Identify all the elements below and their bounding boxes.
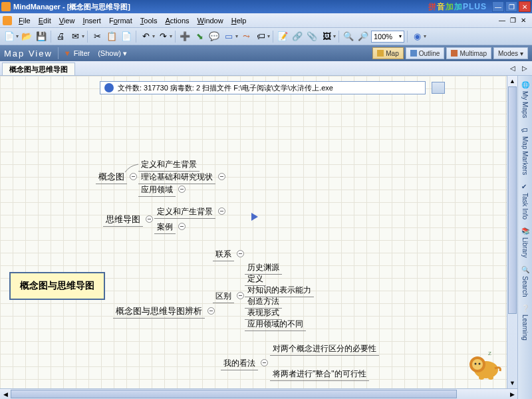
email-button[interactable]: ✉ (68, 30, 82, 43)
redo-button[interactable]: ↷ (156, 30, 170, 43)
document-tab[interactable]: 概念图与思维导图 (2, 63, 75, 75)
menu-help[interactable]: Help (227, 15, 251, 26)
menu-view[interactable]: View (55, 15, 79, 26)
subtopic[interactable]: 定义和产生背景 (154, 205, 225, 219)
marker-button[interactable]: 🏷 (254, 30, 267, 43)
zoom-in-button[interactable]: 🔎 (356, 30, 370, 43)
sidetab-search[interactable]: 🔍Search (520, 262, 531, 301)
main-toolbar: 📄▾ 📂 💾 🖨 ✉▾ ✂ 📋 📄 ↶▾ ↷▾ ➕ ⬊ 💬 ▭▾ ⤳ 🏷▾ 📝 … (0, 28, 532, 45)
mdi-restore-button[interactable]: ❐ (508, 16, 517, 25)
subtopic[interactable]: 理论基础和研究现状 (138, 171, 225, 184)
scroll-up-button[interactable]: ▲ (507, 76, 517, 86)
map-canvas[interactable]: 文件数: 317730 病毒数: 2 扫描文件 F:\电子阅读\文学\水浒传上.… (0, 76, 517, 399)
collapse-handle[interactable] (237, 250, 244, 257)
collapse-handle[interactable] (207, 307, 215, 315)
horizontal-scrollbar[interactable]: ◀ ▶ (0, 388, 517, 399)
menu-window[interactable]: Window (194, 15, 227, 26)
view-outline-button[interactable]: Outline (406, 47, 445, 59)
menu-file[interactable]: File (15, 15, 35, 26)
view-multimap-button[interactable]: Multimap (446, 47, 491, 59)
scan-icon (104, 83, 114, 92)
undo-button[interactable]: ↶ (139, 30, 152, 43)
topic-mind-map[interactable]: 思维导图 (103, 213, 153, 227)
save-button[interactable]: 💾 (35, 30, 48, 43)
collapse-handle[interactable] (178, 186, 186, 193)
subtopic-difference[interactable]: 区别 (213, 290, 244, 303)
new-dropdown[interactable]: ▾ (16, 33, 19, 39)
help-dropdown[interactable]: ▾ (424, 33, 426, 39)
menu-insert[interactable]: Insert (78, 15, 105, 26)
scroll-thumb[interactable] (508, 86, 517, 314)
collapse-handle[interactable] (178, 223, 186, 230)
notes-button[interactable]: 📝 (276, 30, 289, 43)
menu-edit[interactable]: Edit (35, 15, 55, 26)
subtopic-opinion[interactable]: 我的看法 (221, 357, 268, 370)
sidetab-map-markers[interactable]: 🏷Map Markers (520, 122, 531, 179)
collapse-handle[interactable] (130, 173, 137, 180)
mdi-minimize-button[interactable]: — (497, 16, 507, 25)
hyperlink-button[interactable]: 🔗 (291, 30, 304, 43)
collapse-handle[interactable] (218, 207, 225, 215)
menu-tools[interactable]: Tools (136, 15, 162, 26)
view-map-button[interactable]: Map (372, 47, 403, 59)
subtopic[interactable]: 案例 (154, 221, 186, 234)
subtopic[interactable]: 应用领域的不同 (245, 318, 306, 331)
tab-prev-button[interactable]: ◁ (508, 63, 517, 72)
scroll-right-button[interactable]: ▶ (507, 389, 517, 399)
subtopic-relation[interactable]: 联系 (213, 248, 244, 261)
scroll-thumb[interactable] (11, 390, 457, 398)
topic-analysis[interactable]: 概念图与思维导图辨析 (113, 305, 215, 319)
zoom-out-button[interactable]: 🔍 (342, 30, 355, 43)
topic-concept-map[interactable]: 概念图 (96, 170, 137, 184)
callout-button[interactable]: 💬 (207, 30, 221, 43)
subtopic[interactable]: 应用领域 (138, 184, 186, 197)
copy-button[interactable]: 📋 (105, 30, 118, 43)
menu-format[interactable]: Format (105, 15, 136, 26)
boundary-dropdown[interactable]: ▾ (235, 33, 238, 39)
subtopic[interactable]: 对两个概念进行区分的必要性 (270, 342, 379, 356)
document-tabs: 概念图与思维导图 ◁ ▷ (0, 61, 532, 76)
scroll-down-button[interactable]: ▼ (507, 378, 517, 388)
scroll-left-button[interactable]: ◀ (0, 389, 11, 399)
minimize-button[interactable]: — (492, 1, 504, 12)
cut-button[interactable]: ✂ (90, 30, 104, 43)
open-button[interactable]: 📂 (20, 30, 33, 43)
collapse-handle[interactable] (146, 215, 153, 223)
collapse-handle[interactable] (261, 359, 268, 366)
scan-action-button[interactable] (432, 82, 445, 94)
root-topic[interactable]: 概念图与思维导图 (9, 272, 105, 300)
collapse-handle[interactable] (237, 292, 244, 299)
mdi-close-button[interactable]: ✕ (519, 16, 528, 25)
maximize-button[interactable]: ❐ (505, 1, 517, 12)
undo-dropdown[interactable]: ▾ (152, 33, 155, 39)
attachment-button[interactable]: 📎 (305, 30, 319, 43)
relationship-button[interactable]: ⤳ (239, 30, 253, 43)
sidetab-learning[interactable]: ❔Learning (520, 301, 531, 344)
image-dropdown[interactable]: ▾ (333, 33, 336, 39)
redo-dropdown[interactable]: ▾ (170, 33, 172, 39)
subtopic-button[interactable]: ⬊ (193, 30, 206, 43)
subtopic[interactable]: 将两者进行"整合"的可行性 (270, 368, 369, 381)
new-button[interactable]: 📄 (3, 30, 16, 43)
subtopic[interactable]: 定义和产生背景 (138, 158, 200, 172)
print-button[interactable]: 🖨 (54, 30, 67, 43)
paste-button[interactable]: 📄 (120, 30, 133, 43)
boundary-button[interactable]: ▭ (222, 30, 235, 43)
vertical-scrollbar[interactable]: ▲ ▼ (507, 76, 517, 388)
tab-next-button[interactable]: ▷ (520, 63, 529, 72)
sidetab-task-info[interactable]: ✔Task Info (520, 179, 531, 223)
sidetab-my-maps[interactable]: 🌐My Maps (520, 77, 531, 122)
collapse-handle[interactable] (218, 173, 225, 180)
marker-dropdown[interactable]: ▾ (267, 33, 270, 39)
email-dropdown[interactable]: ▾ (82, 33, 84, 39)
topic-button[interactable]: ➕ (178, 30, 192, 43)
view-modes-button[interactable]: Modes ▾ (493, 47, 528, 59)
sidetab-library[interactable]: 📚Library (520, 223, 531, 262)
close-button[interactable]: ✕ (519, 1, 531, 12)
filter-button[interactable]: ▼Filter (64, 49, 90, 57)
show-dropdown[interactable]: (Show) ▾ (98, 49, 127, 58)
image-button[interactable]: 🖼 (320, 30, 333, 43)
help-button[interactable]: ◉ (410, 30, 424, 43)
menu-actions[interactable]: Actions (161, 15, 193, 26)
zoom-combo[interactable]: 100%▾ (371, 31, 404, 43)
